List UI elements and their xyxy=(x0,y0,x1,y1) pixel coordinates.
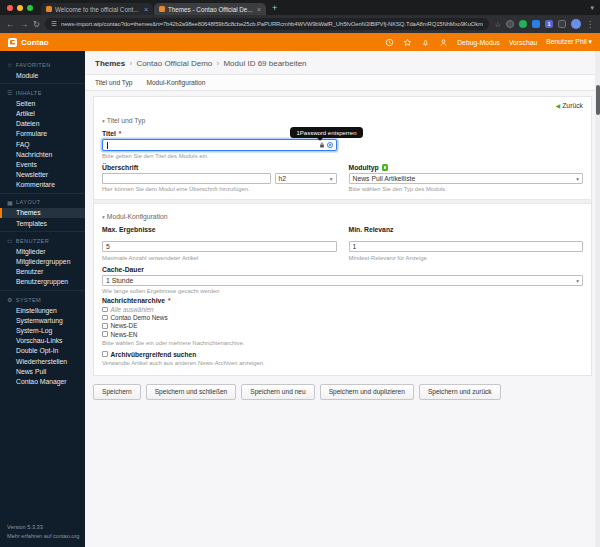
sidebar-item-news-pull[interactable]: News Pull xyxy=(0,366,85,376)
check-alle-auswaehlen[interactable]: Alle auswählen xyxy=(102,306,583,313)
site-settings-icon[interactable]: ☰ xyxy=(51,21,57,28)
breadcrumb-current: Modul ID 69 bearbeiten xyxy=(223,59,306,68)
sidebar-item-dateien[interactable]: Dateien xyxy=(0,119,85,129)
back-arrow-icon: ◀ xyxy=(556,103,561,109)
sidebar-item-formulare[interactable]: Formulare xyxy=(0,129,85,139)
cache-dauer-select[interactable]: 1 Stunde▾ xyxy=(102,275,583,286)
max-ergebnisse-label: Max. Ergebnisse xyxy=(102,226,337,233)
breadcrumb-themes[interactable]: Themes xyxy=(95,59,125,68)
sidebar-item-faq[interactable]: FAQ xyxy=(0,139,85,149)
sidebar-item-seiten[interactable]: Seiten xyxy=(0,98,85,108)
checkbox-icon[interactable] xyxy=(102,315,108,321)
tab-search-icon[interactable]: ▾ xyxy=(590,4,594,12)
speichern-und-neu-button[interactable]: Speichern und neu xyxy=(241,384,314,400)
ueberschrift-input[interactable] xyxy=(102,173,271,184)
modultyp-select[interactable]: News Pull Artikelliste▾ xyxy=(349,173,584,184)
sidebar-item-module[interactable]: Module xyxy=(0,70,85,80)
sidebar-item-events[interactable]: Events xyxy=(0,159,85,169)
window-controls xyxy=(7,5,33,11)
check-news-en[interactable]: News-EN xyxy=(102,331,583,338)
jump-link-titel-und-typ[interactable]: Titel und Typ xyxy=(95,79,132,86)
sidebar-item-einstellungen[interactable]: Einstellungen xyxy=(0,305,85,315)
speichern-und-duplizieren-button[interactable]: Speichern und duplizieren xyxy=(320,384,414,400)
sidebar-item-mitglieder[interactable]: Mitglieder xyxy=(0,246,85,256)
preview-link[interactable]: Vorschau xyxy=(509,39,537,46)
sidebar-item-system-log[interactable]: System-Log xyxy=(0,325,85,335)
tab-title: Welcome to the official Cont... xyxy=(55,6,141,13)
sidebar-item-templates[interactable]: Templates xyxy=(0,218,85,228)
sidebar-item-double-opt-in[interactable]: Double Opt-In xyxy=(0,346,85,356)
breadcrumb-separator: › xyxy=(217,59,220,68)
browser-profile-avatar[interactable] xyxy=(571,19,581,29)
sidebar-item-nachrichten[interactable]: Nachrichten xyxy=(0,149,85,159)
speichern-button[interactable]: Speichern xyxy=(93,384,141,400)
sidebar-item-kommentare[interactable]: Kommentare xyxy=(0,180,85,190)
check-contao-demo-news[interactable]: Contao Demo News xyxy=(102,314,583,321)
jump-link-modul-konfiguration[interactable]: Modul-Konfiguration xyxy=(146,79,205,86)
ueberschrift-unit-select[interactable]: h2▾ xyxy=(275,173,337,184)
group-label: BENUTZER xyxy=(16,238,49,244)
favorites-star-icon[interactable] xyxy=(403,38,412,47)
sidebar-item-contao-manager[interactable]: Contao Manager xyxy=(0,376,85,386)
archivuebergreifend-helper: Verwandte Artikel auch aus anderen News-… xyxy=(102,360,583,366)
extension-icon-3[interactable] xyxy=(532,20,540,28)
window-close-button[interactable] xyxy=(7,5,13,11)
new-tab-button[interactable]: + xyxy=(272,3,277,13)
min-relevanz-input[interactable] xyxy=(349,241,584,252)
sidebar-group-benutzer: ⚇BENUTZER Mitglieder Mitgliedergruppen B… xyxy=(0,231,85,290)
wizard-icon[interactable] xyxy=(382,164,389,171)
extensions-puzzle-icon[interactable] xyxy=(558,20,566,28)
sidebar-item-systemwartung[interactable]: Systemwartung xyxy=(0,315,85,325)
reload-button[interactable]: ↻ xyxy=(33,20,40,29)
speichern-und-schliessen-button[interactable]: Speichern und schließen xyxy=(146,384,237,400)
profile-icon[interactable] xyxy=(439,38,448,47)
bookmark-star-icon[interactable]: ☆ xyxy=(494,20,501,29)
browser-menu-icon[interactable]: ⋮ xyxy=(586,20,594,29)
scrollbar-thumb[interactable] xyxy=(596,85,600,115)
extension-icon-2[interactable] xyxy=(519,20,527,28)
sidebar-item-wiederherstellen[interactable]: Wiederherstellen xyxy=(0,356,85,366)
sidebar-item-newsletter[interactable]: Newsletter xyxy=(0,170,85,180)
browser-tab-welcome[interactable]: Welcome to the official Cont... × xyxy=(41,3,153,15)
page-scrollbar[interactable] xyxy=(595,51,600,547)
sidebar-group-favoriten: ☆FAVORITEN Module xyxy=(0,56,85,83)
onepassword-extension-icon[interactable]: 1 xyxy=(545,20,553,28)
browser-tabstrip: Welcome to the official Cont... × Themes… xyxy=(0,0,600,15)
contao-org-link[interactable]: Mehr erfahren auf contao.org xyxy=(7,532,79,541)
max-ergebnisse-input[interactable] xyxy=(102,241,337,252)
browser-tab-themes[interactable]: Themes - Contao Official De... × xyxy=(154,3,266,15)
extension-icon-1[interactable] xyxy=(506,20,514,28)
window-minimize-button[interactable] xyxy=(17,5,23,11)
window-zoom-button[interactable] xyxy=(27,5,33,11)
check-archivuebergreifend[interactable]: Archivübergreifend suchen xyxy=(102,351,583,358)
titel-input[interactable] xyxy=(102,139,337,151)
checkbox-icon[interactable] xyxy=(102,351,108,357)
brand-name: Contao xyxy=(21,38,49,47)
history-icon[interactable] xyxy=(385,38,394,47)
sidebar-item-vorschau-links[interactable]: Vorschau-Links xyxy=(0,336,85,346)
checkbox-icon[interactable] xyxy=(102,323,108,329)
address-bar[interactable]: ☰ news-import.wip/contao?do=themes&rt=7b… xyxy=(45,18,489,30)
fieldset-legend[interactable]: ▾Titel und Typ xyxy=(102,113,583,127)
back-link[interactable]: ◀Zurück xyxy=(102,100,583,113)
sidebar-item-benutzer[interactable]: Benutzer xyxy=(0,267,85,277)
sidebar-item-mitgliedergruppen[interactable]: Mitgliedergruppen xyxy=(0,256,85,266)
onepassword-fill-icon[interactable] xyxy=(327,142,333,148)
breadcrumb-theme-name[interactable]: Contao Official Demo xyxy=(136,59,212,68)
checkbox-icon[interactable] xyxy=(102,331,108,337)
tab-close-icon[interactable]: × xyxy=(257,6,261,13)
back-button[interactable]: ← xyxy=(6,20,15,29)
sidebar-item-artikel[interactable]: Artikel xyxy=(0,108,85,118)
speichern-und-zurueck-button[interactable]: Speichern und zurück xyxy=(419,384,501,400)
debug-mode-link[interactable]: Debug-Modus xyxy=(457,39,500,46)
check-news-de[interactable]: News-DE xyxy=(102,322,583,329)
checkbox-icon[interactable] xyxy=(102,307,108,313)
sidebar-item-themes[interactable]: Themes xyxy=(0,208,85,218)
tab-close-icon[interactable]: × xyxy=(144,6,148,13)
forward-button[interactable]: → xyxy=(20,20,29,29)
sidebar-item-benutzergruppen[interactable]: Benutzergruppen xyxy=(0,277,85,287)
lock-icon[interactable] xyxy=(319,142,325,148)
user-menu[interactable]: Benutzer Phil ▾ xyxy=(546,38,592,46)
fieldset-legend[interactable]: ▾Modul-Konfiguration xyxy=(102,209,583,223)
notifications-bell-icon[interactable] xyxy=(421,38,430,47)
